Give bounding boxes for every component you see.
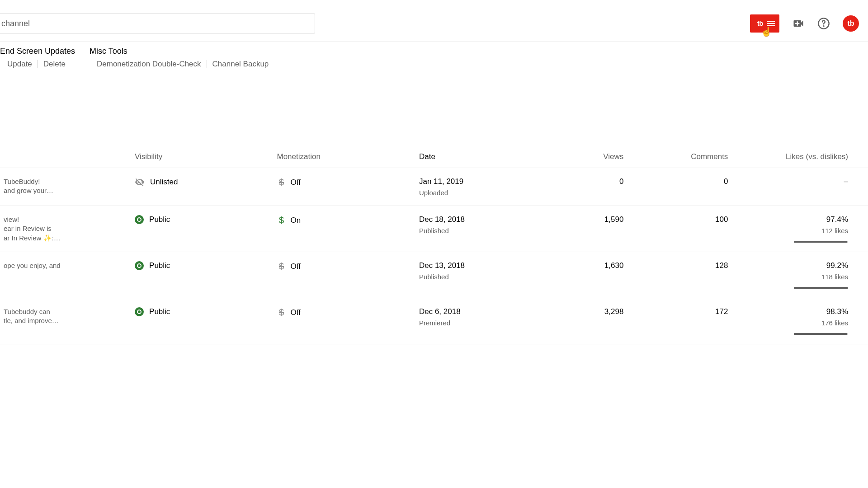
video-table: Visibility Monetization Date Views Comme… (0, 146, 868, 344)
views-cell: 0 (528, 168, 627, 206)
video-title-cell: ope you enjoy, and (0, 252, 131, 298)
col-monetization[interactable]: Monetization (273, 146, 415, 168)
video-title-cell: Tubebuddy cantle, and improve… (0, 298, 131, 344)
likes-percent: 98.3% (735, 307, 848, 316)
tool-link-update[interactable]: Update (0, 60, 38, 69)
monetization-cell[interactable]: $On (273, 206, 415, 252)
group-links: Demonetization Double-Check Channel Back… (90, 60, 274, 69)
likes-cell: 97.4%112 likes (731, 206, 868, 252)
col-date[interactable]: Date (415, 146, 528, 168)
date-status: Premiered (419, 319, 525, 327)
visibility-label: Public (149, 307, 170, 316)
topbar: channel tb tb ☝ (0, 0, 868, 42)
visibility-cell[interactable]: Public (131, 206, 273, 252)
date-cell: Dec 18, 2018Published (415, 206, 528, 252)
tubebuddy-avatar-icon: tb (847, 19, 854, 28)
video-desc-fragment: Tubebuddy can (4, 307, 127, 316)
date-value: Dec 18, 2018 (419, 215, 525, 224)
create-video-button[interactable] (792, 17, 805, 30)
comments-cell: 128 (627, 252, 731, 298)
video-desc-fragment: ear in Review is (4, 224, 127, 233)
visibility-label: Public (149, 261, 170, 270)
date-status: Published (419, 273, 525, 281)
tool-link-demonetization-check[interactable]: Demonetization Double-Check (90, 60, 207, 69)
comments-cell: 0 (627, 168, 731, 206)
video-desc-fragment: ar In Review ✨:… (4, 234, 127, 243)
hamburger-icon (767, 19, 775, 28)
likes-percent: 99.2% (735, 261, 848, 270)
col-video (0, 146, 131, 168)
monetization-label: Off (290, 178, 300, 187)
table-row[interactable]: ope you enjoy, andPublic$OffDec 13, 2018… (0, 252, 868, 298)
date-status: Published (419, 227, 525, 235)
date-cell: Jan 11, 2019Uploaded (415, 168, 528, 206)
video-desc-fragment: ope you enjoy, and (4, 261, 127, 270)
tool-link-delete[interactable]: Delete (38, 60, 71, 69)
help-circle-icon (817, 17, 830, 30)
dollar-off-icon: $ (277, 261, 286, 272)
monetization-label: Off (290, 262, 300, 271)
date-cell: Dec 6, 2018Premiered (415, 298, 528, 344)
likes-bar (794, 241, 848, 243)
group-links: Update Delete (0, 60, 75, 69)
tool-group-end-screen: End Screen Updates Update Delete (0, 47, 75, 69)
video-desc-fragment: and grow your… (4, 186, 127, 195)
topbar-actions: tb tb (750, 14, 859, 33)
comments-cell: 100 (627, 206, 731, 252)
public-icon (135, 215, 144, 224)
dollar-off-icon: $ (277, 177, 286, 188)
tubebuddy-logo-icon: tb (755, 18, 766, 29)
public-icon (135, 261, 144, 270)
dollar-icon: $ (277, 215, 286, 225)
views-cell: 3,298 (528, 298, 627, 344)
views-cell: 1,590 (528, 206, 627, 252)
visibility-cell[interactable]: Public (131, 252, 273, 298)
table-row[interactable]: view!ear in Review isar In Review ✨:…Pub… (0, 206, 868, 252)
svg-point-1 (823, 26, 824, 26)
monetization-cell[interactable]: $Off (273, 252, 415, 298)
tubebuddy-menu-button[interactable]: tb (750, 14, 779, 33)
likes-cell: 98.3%176 likes (731, 298, 868, 344)
bulk-tools-toolbar: End Screen Updates Update Delete Misc To… (0, 42, 868, 78)
search-input[interactable]: channel (0, 14, 315, 33)
visibility-label: Unlisted (150, 178, 178, 187)
monetization-label: Off (290, 308, 300, 317)
video-title-fragment: TubeBuddy! (4, 177, 127, 186)
tool-group-misc: Misc Tools Demonetization Double-Check C… (90, 47, 274, 69)
views-cell: 1,630 (528, 252, 627, 298)
video-desc-fragment: tle, and improve… (4, 316, 127, 325)
account-avatar[interactable]: tb (843, 15, 859, 32)
video-title-cell: TubeBuddy!and grow your… (0, 168, 131, 206)
likes-count: 112 likes (735, 227, 848, 235)
table-row[interactable]: TubeBuddy!and grow your…Unlisted$OffJan … (0, 168, 868, 206)
likes-cell: 99.2%118 likes (731, 252, 868, 298)
likes-percent: – (735, 177, 848, 186)
likes-bar (794, 287, 848, 289)
visibility-cell[interactable]: Public (131, 298, 273, 344)
comments-cell: 172 (627, 298, 731, 344)
col-views[interactable]: Views (528, 146, 627, 168)
table-row[interactable]: Tubebuddy cantle, and improve…Public$Off… (0, 298, 868, 344)
camera-plus-icon (792, 17, 805, 30)
likes-percent: 97.4% (735, 215, 848, 224)
date-cell: Dec 13, 2018Published (415, 252, 528, 298)
col-likes[interactable]: Likes (vs. dislikes) (731, 146, 868, 168)
video-title-cell: view!ear in Review isar In Review ✨:… (0, 206, 131, 252)
dollar-off-icon: $ (277, 307, 286, 318)
group-title: End Screen Updates (0, 47, 75, 56)
help-button[interactable] (817, 17, 830, 30)
likes-count: 176 likes (735, 319, 848, 327)
table-header-row: Visibility Monetization Date Views Comme… (0, 146, 868, 168)
group-title: Misc Tools (90, 47, 274, 56)
monetization-cell[interactable]: $Off (273, 298, 415, 344)
likes-bar (794, 333, 848, 335)
visibility-cell[interactable]: Unlisted (131, 168, 273, 206)
col-comments[interactable]: Comments (627, 146, 731, 168)
visibility-label: Public (149, 215, 170, 224)
video-title-fragment: view! (4, 215, 127, 224)
monetization-cell[interactable]: $Off (273, 168, 415, 206)
likes-cell: – (731, 168, 868, 206)
tool-link-channel-backup[interactable]: Channel Backup (207, 60, 274, 69)
col-visibility[interactable]: Visibility (131, 146, 273, 168)
search-placeholder: channel (1, 19, 30, 28)
